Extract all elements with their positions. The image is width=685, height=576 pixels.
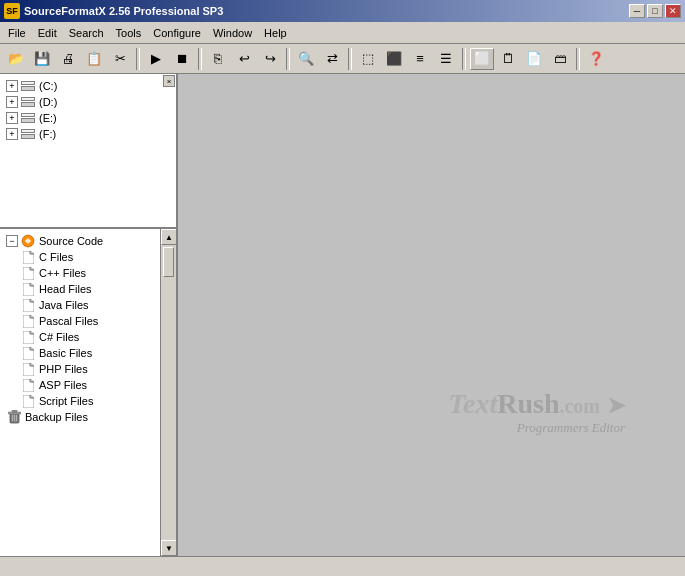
watermark-brand: TextRush.com ➤ [448, 388, 625, 420]
tree-close-button[interactable]: × [163, 75, 175, 87]
file-icon [20, 346, 36, 360]
svg-marker-7 [30, 283, 34, 286]
status-bar [0, 556, 685, 576]
toolbar-btn-redo[interactable]: ↪ [258, 48, 282, 70]
toolbar-btn-save[interactable]: 💾 [30, 48, 54, 70]
svg-marker-3 [30, 251, 34, 254]
menu-item-file[interactable]: File [2, 25, 32, 41]
drive-label: (C:) [39, 80, 57, 92]
toolbar-btn-view1[interactable]: ⬜ [470, 48, 494, 70]
toolbar-btn-list2[interactable]: ☰ [434, 48, 458, 70]
scroll-down-button[interactable]: ▼ [161, 540, 176, 556]
toolbar-btn-copy[interactable]: 📋 [82, 48, 106, 70]
toolbar-btn-block1[interactable]: ⬚ [356, 48, 380, 70]
expand-icon[interactable]: + [6, 112, 18, 124]
drive-label: (F:) [39, 128, 56, 140]
svg-marker-5 [30, 267, 34, 270]
file-node[interactable]: PHP Files [4, 361, 156, 377]
scroll-thumb[interactable] [163, 247, 174, 277]
file-icon [20, 282, 36, 296]
toolbar-btn-open[interactable]: 📂 [4, 48, 28, 70]
toolbar-btn-cut[interactable]: ✂ [108, 48, 132, 70]
backup-files-node[interactable]: Backup Files [4, 409, 156, 425]
file-node[interactable]: C# Files [4, 329, 156, 345]
svg-marker-17 [30, 363, 34, 366]
toolbar-btn-run[interactable]: ▶ [144, 48, 168, 70]
title-buttons: ─ □ ✕ [629, 4, 681, 18]
file-node[interactable]: Java Files [4, 297, 156, 313]
main-layout: × + (C:) + (D:) + (E:) + [0, 74, 685, 556]
source-code-icon [20, 234, 36, 248]
window-title: SourceFormatX 2.56 Professional SP3 [24, 5, 223, 17]
tree-bottom-content: − Source Code C Files C++ Files [0, 229, 160, 556]
file-label: C++ Files [39, 267, 86, 279]
toolbar-btn-undo[interactable]: ↩ [232, 48, 256, 70]
expand-icon[interactable]: + [6, 96, 18, 108]
file-node[interactable]: Script Files [4, 393, 156, 409]
file-node[interactable]: C Files [4, 249, 156, 265]
svg-marker-11 [30, 315, 34, 318]
toolbar-btn-replace[interactable]: ⇄ [320, 48, 344, 70]
toolbar-separator [136, 48, 140, 70]
drive-icon [20, 95, 36, 109]
menu-item-search[interactable]: Search [63, 25, 110, 41]
source-code-root[interactable]: − Source Code [4, 233, 156, 249]
file-label: C# Files [39, 331, 79, 343]
drive-node[interactable]: + (E:) [4, 110, 172, 126]
menu-item-edit[interactable]: Edit [32, 25, 63, 41]
menu-item-tools[interactable]: Tools [110, 25, 148, 41]
svg-marker-9 [30, 299, 34, 302]
toolbar-btn-block2[interactable]: ⬛ [382, 48, 406, 70]
expand-icon[interactable]: + [6, 80, 18, 92]
file-label: Java Files [39, 299, 89, 311]
left-bottom-area: − Source Code C Files C++ Files [0, 229, 176, 556]
toolbar-btn-stop[interactable]: ⏹ [170, 48, 194, 70]
file-label: C Files [39, 251, 73, 263]
file-icon [20, 378, 36, 392]
app-icon: SF [4, 3, 20, 19]
svg-rect-1 [27, 239, 29, 244]
minimize-button[interactable]: ─ [629, 4, 645, 18]
file-icon [20, 394, 36, 408]
toolbar-btn-help[interactable]: ❓ [584, 48, 608, 70]
file-label: ASP Files [39, 379, 87, 391]
watermark: TextRush.com ➤ Programmers Editor [448, 388, 625, 436]
scroll-up-button[interactable]: ▲ [161, 229, 176, 245]
menu-item-configure[interactable]: Configure [147, 25, 207, 41]
toolbar-btn-find[interactable]: 🔍 [294, 48, 318, 70]
file-node[interactable]: Basic Files [4, 345, 156, 361]
menu-bar: FileEditSearchToolsConfigureWindowHelp [0, 22, 685, 44]
svg-rect-24 [12, 410, 17, 412]
drive-label: (D:) [39, 96, 57, 108]
menu-item-window[interactable]: Window [207, 25, 258, 41]
file-label: Basic Files [39, 347, 92, 359]
drive-node[interactable]: + (F:) [4, 126, 172, 142]
toolbar-separator [348, 48, 352, 70]
maximize-button[interactable]: □ [647, 4, 663, 18]
toolbar-btn-view2[interactable]: 🗒 [496, 48, 520, 70]
file-node[interactable]: ASP Files [4, 377, 156, 393]
toolbar-btn-view3[interactable]: 📄 [522, 48, 546, 70]
file-node[interactable]: Head Files [4, 281, 156, 297]
menu-item-help[interactable]: Help [258, 25, 293, 41]
file-label: Script Files [39, 395, 93, 407]
backup-files-label: Backup Files [25, 411, 88, 423]
file-node[interactable]: Pascal Files [4, 313, 156, 329]
tree-top: × + (C:) + (D:) + (E:) + [0, 74, 176, 229]
expand-source-icon[interactable]: − [6, 235, 18, 247]
toolbar-btn-print[interactable]: 🖨 [56, 48, 80, 70]
file-node[interactable]: C++ Files [4, 265, 156, 281]
svg-rect-23 [8, 412, 21, 414]
toolbar-btn-list1[interactable]: ≡ [408, 48, 432, 70]
expand-icon[interactable]: + [6, 128, 18, 140]
drive-node[interactable]: + (C:) [4, 78, 172, 94]
toolbar-btn-duplicate[interactable]: ⎘ [206, 48, 230, 70]
toolbar-separator [462, 48, 466, 70]
title-bar-left: SF SourceFormatX 2.56 Professional SP3 [4, 3, 223, 19]
drive-node[interactable]: + (D:) [4, 94, 172, 110]
toolbar-btn-view4[interactable]: 🗃 [548, 48, 572, 70]
tree-bottom: − Source Code C Files C++ Files [0, 229, 176, 556]
svg-marker-13 [30, 331, 34, 334]
close-button[interactable]: ✕ [665, 4, 681, 18]
tree-scrollbar[interactable]: ▲ ▼ [160, 229, 176, 556]
